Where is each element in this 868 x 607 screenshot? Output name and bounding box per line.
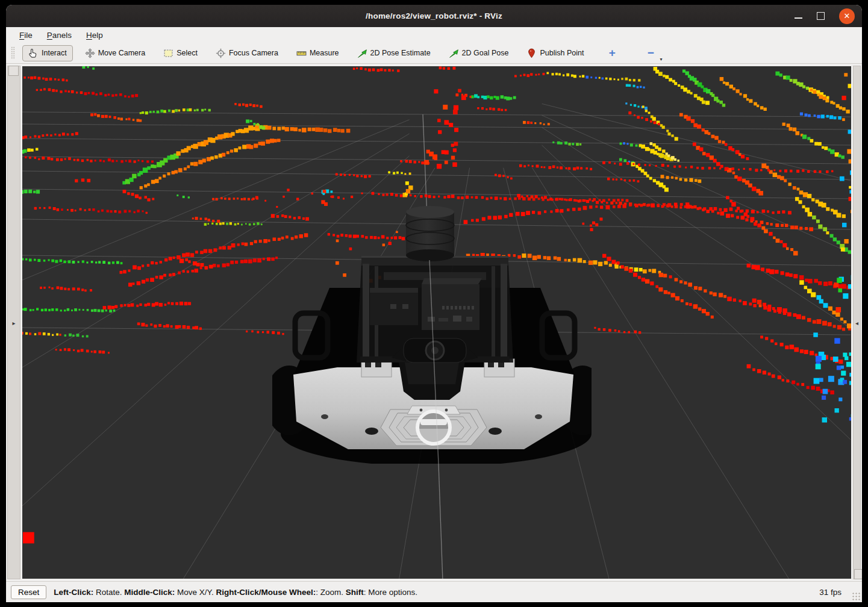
panel-corner-button[interactable] <box>8 66 19 76</box>
tool-focus-camera[interactable]: Focus Camera <box>210 45 284 61</box>
four-way-arrows-icon <box>85 48 95 58</box>
toolbar: Interact Move Camera Select Focus Camera… <box>6 43 862 64</box>
green-arrow-icon <box>449 48 459 58</box>
3d-viewport[interactable] <box>22 66 851 579</box>
tool-remove[interactable]: −▾ <box>634 43 667 63</box>
chevron-down-icon: ▾ <box>660 57 662 62</box>
tool-2d-pose-estimate[interactable]: 2D Pose Estimate <box>351 45 437 61</box>
menubar: File Panels Help <box>6 27 862 43</box>
close-icon: ✕ <box>844 12 851 20</box>
map-pin-icon <box>526 48 537 58</box>
robot-model <box>272 205 592 464</box>
fps-counter: 31 fps <box>819 588 841 597</box>
maximize-button[interactable] <box>817 12 825 20</box>
menu-file[interactable]: File <box>13 30 39 41</box>
tool-publish-point[interactable]: Publish Point <box>520 45 590 61</box>
mouse-hints-text: Left-Click: Rotate. Middle-Click: Move X… <box>54 588 819 597</box>
expand-right-icon[interactable]: ▸ <box>12 319 15 326</box>
green-arrow-icon <box>357 48 367 58</box>
menu-panels[interactable]: Panels <box>41 30 78 41</box>
tool-measure[interactable]: Measure <box>290 45 345 61</box>
tool-2d-goal-pose[interactable]: 2D Goal Pose <box>443 45 515 61</box>
titlebar[interactable]: /home/ros2/view_robot.rviz* - RViz ✕ <box>6 5 862 27</box>
close-button[interactable]: ✕ <box>839 8 855 24</box>
rviz-window: /home/ros2/view_robot.rviz* - RViz ✕ Fil… <box>6 5 862 602</box>
ruler-icon <box>296 48 307 58</box>
dashed-rect-icon <box>163 48 173 58</box>
expand-left-icon[interactable]: ◂ <box>855 319 858 326</box>
robot-fascia <box>381 406 487 446</box>
resize-grip[interactable] <box>852 592 860 600</box>
views-panel-collapsed[interactable]: ◂ <box>853 66 861 579</box>
lidar-sensor <box>406 206 454 261</box>
reset-button[interactable]: Reset <box>11 585 46 599</box>
crosshair-icon <box>216 48 226 58</box>
window-title: /home/ros2/view_robot.rviz* - RViz <box>6 5 862 27</box>
tool-select[interactable]: Select <box>157 45 204 61</box>
toolbar-grip-icon[interactable] <box>11 46 15 60</box>
tool-interact[interactable]: Interact <box>22 45 73 61</box>
plus-icon: + <box>602 46 622 60</box>
menu-help[interactable]: Help <box>80 30 109 41</box>
main-area: ▸ <box>6 64 862 581</box>
tool-move-camera[interactable]: Move Camera <box>79 45 152 61</box>
minimize-button[interactable] <box>795 17 802 19</box>
hand-cursor-icon <box>28 48 39 58</box>
displays-panel-collapsed[interactable]: ▸ <box>7 66 20 579</box>
minus-icon: −▾ <box>640 46 661 60</box>
panel-corner-button[interactable] <box>854 569 862 579</box>
tool-add[interactable]: + <box>596 43 628 63</box>
statusbar: Reset Left-Click: Rotate. Middle-Click: … <box>6 581 862 602</box>
